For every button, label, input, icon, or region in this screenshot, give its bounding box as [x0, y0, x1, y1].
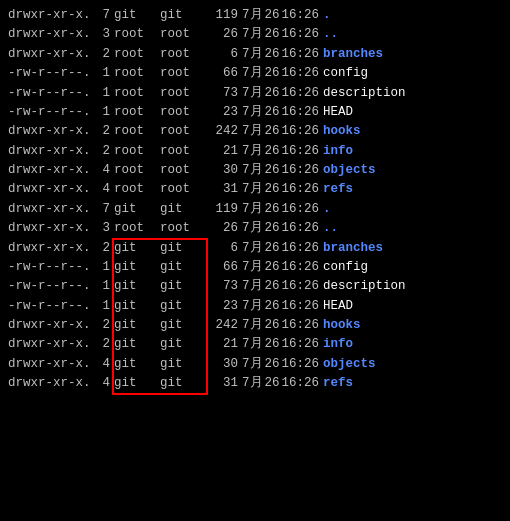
- table-row: drwxr-xr-x. 2gitgit67月2616:26branches: [8, 239, 502, 258]
- table-row: drwxr-xr-x. 3rootroot267月2616:26..: [8, 25, 502, 44]
- section1-table: drwxr-xr-x. 7gitgit1197月2616:26.drwxr-xr…: [8, 6, 502, 200]
- table-row: drwxr-xr-x. 4rootroot307月2616:26objects: [8, 161, 502, 180]
- table-row: -rw-r--r--. 1rootroot667月2616:26config: [8, 64, 502, 83]
- table-row: drwxr-xr-x. 2rootroot67月2616:26branches: [8, 45, 502, 64]
- table-row: drwxr-xr-x. 2rootroot2427月2616:26hooks: [8, 122, 502, 141]
- table-row: -rw-r--r--. 1rootroot737月2616:26descript…: [8, 84, 502, 103]
- table-row: drwxr-xr-x. 7gitgit1197月2616:26.: [8, 200, 502, 219]
- table-row: drwxr-xr-x. 7gitgit1197月2616:26.: [8, 6, 502, 25]
- terminal: drwxr-xr-x. 7gitgit1197月2616:26.drwxr-xr…: [8, 6, 502, 394]
- table-row: drwxr-xr-x. 2gitgit217月2616:26info: [8, 335, 502, 354]
- section2-table: drwxr-xr-x. 7gitgit1197月2616:26.drwxr-xr…: [8, 200, 502, 394]
- table-row: drwxr-xr-x. 2rootroot217月2616:26info: [8, 142, 502, 161]
- table-row: drwxr-xr-x. 4rootroot317月2616:26refs: [8, 180, 502, 199]
- table-row: drwxr-xr-x. 2gitgit2427月2616:26hooks: [8, 316, 502, 335]
- table-row: -rw-r--r--. 1gitgit237月2616:26HEAD: [8, 297, 502, 316]
- table-row: -rw-r--r--. 1rootroot237月2616:26HEAD: [8, 103, 502, 122]
- table-row: drwxr-xr-x. 4gitgit317月2616:26refs: [8, 374, 502, 393]
- table-row: -rw-r--r--. 1gitgit737月2616:26descriptio…: [8, 277, 502, 296]
- table-row: -rw-r--r--. 1gitgit667月2616:26config: [8, 258, 502, 277]
- table-row: drwxr-xr-x. 4gitgit307月2616:26objects: [8, 355, 502, 374]
- table-row: drwxr-xr-x. 3rootroot267月2616:26..: [8, 219, 502, 238]
